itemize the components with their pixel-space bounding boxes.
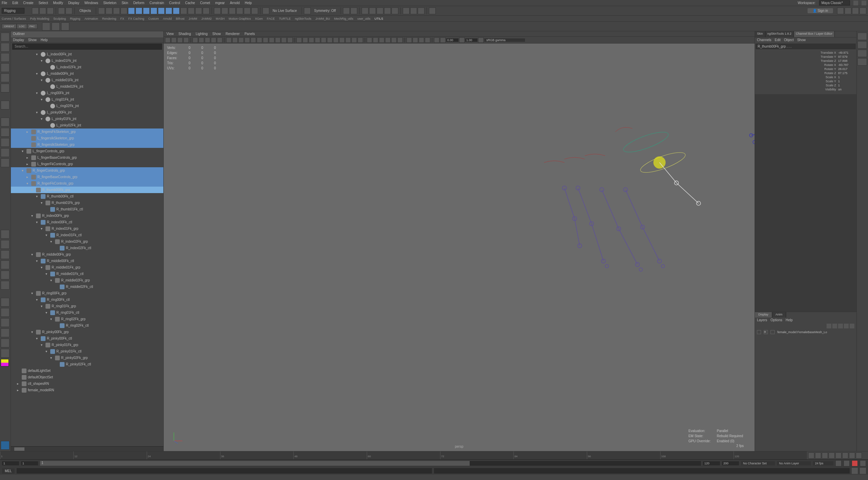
attr-value[interactable]: 1 <box>838 84 855 87</box>
vp-icon[interactable] <box>263 37 268 43</box>
layer-type-box[interactable]: R <box>764 330 768 334</box>
vp-icon[interactable] <box>257 37 262 43</box>
menu-help[interactable]: Help <box>245 1 252 5</box>
outliner-row[interactable]: ▾L_ring00Fk_jnt <box>11 90 163 96</box>
channel-attr-row[interactable]: Scale X1 <box>756 75 855 79</box>
expand-icon[interactable]: ▸ <box>17 382 20 385</box>
sel-mode-2-icon[interactable] <box>106 7 112 14</box>
render-1-icon[interactable] <box>362 7 368 14</box>
outliner-row[interactable]: ▾R_ring00Fk_grp <box>11 290 163 296</box>
expand-icon[interactable]: ▾ <box>31 253 35 256</box>
sel-mode-1-icon[interactable] <box>98 7 105 14</box>
expand-icon[interactable]: ▸ <box>17 388 20 392</box>
expand-icon[interactable]: ▾ <box>36 337 39 340</box>
layout-icon[interactable] <box>429 7 436 14</box>
sel-mode-12-icon[interactable] <box>180 7 187 14</box>
vp-icon[interactable] <box>358 37 363 43</box>
set-key-icon[interactable] <box>852 460 858 466</box>
vp-icon[interactable] <box>351 37 357 43</box>
outliner-row[interactable]: ▾R_pinky01Fk_grp <box>11 342 163 348</box>
vp-icon[interactable] <box>217 37 222 43</box>
layout-single-icon[interactable] <box>1 118 10 126</box>
expand-icon[interactable]: ▾ <box>41 98 44 101</box>
expand-icon[interactable]: ▾ <box>36 110 39 114</box>
outliner-row[interactable]: ▾R_middle01Fk_grp <box>11 264 163 271</box>
autokey-icon[interactable] <box>844 460 850 466</box>
outliner-row[interactable]: ▾L_fingerControls_grp <box>11 148 163 154</box>
outliner-row[interactable]: ▾L_index01Fk_jnt <box>11 57 163 64</box>
brush2-icon[interactable] <box>1 260 10 269</box>
expand-icon[interactable]: ▾ <box>36 298 39 302</box>
outliner-menu-display[interactable]: Display <box>13 38 24 42</box>
vp-icon[interactable] <box>440 37 446 43</box>
layout-four-icon[interactable] <box>1 128 10 137</box>
outliner-row[interactable]: ▸L_fingerFkControls_grp <box>11 161 163 167</box>
cb-menu-object[interactable]: Object <box>784 38 794 42</box>
outliner-row[interactable]: ▾R_index01Fk_ctl <box>11 232 163 238</box>
shelf-tab[interactable]: Rigging <box>70 17 80 20</box>
cb-menu-show[interactable]: Show <box>797 38 806 42</box>
misc-6-icon[interactable] <box>1 349 10 358</box>
vp-icon[interactable] <box>419 37 424 43</box>
loop-icon[interactable] <box>835 460 842 466</box>
prefs-icon[interactable] <box>860 460 866 466</box>
vp-icon[interactable] <box>245 37 250 43</box>
vp-icon[interactable] <box>406 37 412 43</box>
attr-value[interactable]: 87.175 <box>838 71 855 75</box>
vp-menu-view[interactable]: View <box>166 32 174 36</box>
layer-tool-icon[interactable] <box>838 324 843 328</box>
outliner-row[interactable]: R_fingersIkSkeleton_grp <box>11 141 163 148</box>
play-3-icon[interactable] <box>418 7 424 14</box>
attr-value[interactable]: on <box>838 88 855 91</box>
outliner-row[interactable]: ▾R_ring02Fk_grp <box>11 316 163 322</box>
goto-end-icon[interactable] <box>856 452 862 459</box>
sel-mode-8-icon[interactable] <box>150 7 157 14</box>
vp-menu-lighting[interactable]: Lighting <box>196 32 207 36</box>
outliner-row[interactable]: ▾L_middle00Fk_jnt <box>11 70 163 77</box>
render-2-icon[interactable] <box>369 7 376 14</box>
outliner-row[interactable]: L_middle02Fk_jnt <box>11 83 163 90</box>
vp-icon[interactable] <box>385 37 391 43</box>
hint-icon[interactable] <box>1 230 10 239</box>
outliner-row[interactable]: ▸female_modelRN <box>11 387 163 393</box>
menu-windows[interactable]: Windows <box>84 1 98 5</box>
expand-icon[interactable]: ▾ <box>36 220 39 224</box>
outliner-row[interactable]: R_ring02Fk_ctl <box>11 322 163 329</box>
move-tool-icon[interactable] <box>1 63 10 72</box>
vp-icon[interactable] <box>251 37 256 43</box>
outliner-tree[interactable]: ▾L_index00Fk_jnt▾L_index01Fk_jntL_index0… <box>11 50 163 446</box>
vp-icon[interactable] <box>321 37 326 43</box>
menu-select[interactable]: Select <box>38 1 48 5</box>
sel-mode-5-icon[interactable] <box>128 7 135 14</box>
vp-exposure-field[interactable]: 0.00 <box>446 38 458 42</box>
outliner-row[interactable]: ▸R_fingersFkSkeleton_grp <box>11 128 163 135</box>
channel-attr-row[interactable]: Rotate Z87.175 <box>756 71 855 75</box>
vp-colorspace-select[interactable]: sRGB gamma <box>484 38 525 42</box>
tool-settings-icon[interactable] <box>857 41 867 49</box>
vp-icon[interactable] <box>327 37 332 43</box>
vp-icon[interactable] <box>211 37 216 43</box>
lasso-tool-icon[interactable] <box>1 43 10 52</box>
vp-icon[interactable] <box>413 37 418 43</box>
vp-icon[interactable] <box>379 37 384 43</box>
shelf-tab[interactable]: Arnold <box>163 17 172 20</box>
mode-orient[interactable]: ORIENT <box>2 24 17 29</box>
vp-icon[interactable] <box>205 37 210 43</box>
outliner-row[interactable]: ▾R_pinky02Fk_grp <box>11 355 163 361</box>
range-start-outer[interactable]: 1 <box>2 461 19 465</box>
layer-menu-layers[interactable]: Layers <box>757 318 767 322</box>
render-5-icon[interactable] <box>392 7 398 14</box>
expand-icon[interactable]: ▾ <box>31 291 35 295</box>
outliner-row[interactable]: ▾L_index00Fk_jnt <box>11 51 163 57</box>
channelbox-icon[interactable] <box>857 50 867 57</box>
outliner-row[interactable]: ▾R_index00Fk_ctl <box>11 219 163 225</box>
vp-icon[interactable] <box>459 37 465 43</box>
right-tool-3-icon[interactable] <box>852 7 859 14</box>
channel-attr-row[interactable]: Translate X-49.971 <box>756 51 855 55</box>
outliner-row[interactable]: ▾R_middle00Fk_grp <box>11 251 163 258</box>
expand-icon[interactable]: ▾ <box>50 240 54 243</box>
right-tool-4-icon[interactable] <box>860 7 866 14</box>
vp-icon[interactable] <box>303 37 308 43</box>
outliner-row[interactable]: ▾L_pinky00Fk_jnt <box>11 109 163 116</box>
brush-icon[interactable] <box>1 250 10 259</box>
